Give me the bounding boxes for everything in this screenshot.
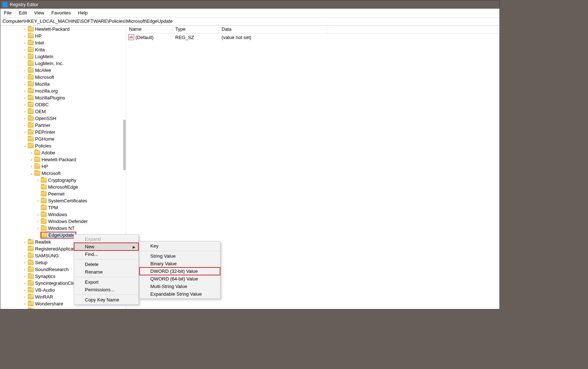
menu-file[interactable]: File — [0, 9, 15, 17]
tree-item[interactable]: ›OpenSSH — [0, 115, 123, 122]
chevron-right-icon[interactable]: › — [23, 96, 27, 100]
tree-item[interactable]: ›OEM — [0, 108, 123, 115]
tree-item[interactable]: ⌄Policies — [0, 142, 123, 149]
ctx-rename[interactable]: Rename — [74, 268, 138, 276]
tree-item[interactable]: ›PEPrinter — [0, 129, 123, 136]
chevron-right-icon[interactable]: › — [23, 261, 27, 265]
tree-item[interactable]: ›Partner — [0, 122, 123, 129]
tree-item[interactable]: ›Intel — [0, 39, 123, 46]
chevron-right-icon[interactable]: › — [23, 302, 27, 306]
tree-item[interactable]: ›SystemCertificates — [0, 197, 123, 204]
chevron-down-icon[interactable]: ⌄ — [23, 144, 27, 148]
chevron-right-icon[interactable]: › — [29, 151, 34, 155]
chevron-right-icon[interactable]: › — [29, 158, 34, 162]
folder-icon — [41, 205, 47, 210]
tree-item[interactable]: ›MozillaPlugins — [0, 94, 123, 101]
chevron-right-icon[interactable]: › — [23, 48, 27, 52]
tree-item-label: Cryptography — [48, 177, 76, 183]
tree-item[interactable]: Peernet — [0, 190, 123, 197]
chevron-right-icon[interactable]: › — [23, 110, 27, 113]
tree-item[interactable]: ›HP — [0, 33, 123, 39]
tree-item[interactable]: ›Krita — [0, 46, 123, 53]
ctx-new-multistring[interactable]: Multi-String Value — [140, 283, 220, 290]
chevron-right-icon[interactable]: › — [36, 219, 40, 223]
address-bar[interactable]: Computer\HKEY_LOCAL_MACHINE\SOFTWARE\Pol… — [0, 18, 499, 26]
ctx-new-qword[interactable]: QWORD (64-bit) Value — [140, 275, 220, 283]
tree-item[interactable]: ›WOW6432Node — [0, 307, 123, 309]
chevron-right-icon[interactable]: › — [23, 82, 27, 86]
chevron-right-icon[interactable]: › — [23, 254, 27, 258]
menu-favorites[interactable]: Favorites — [48, 9, 74, 17]
tree-item[interactable]: ›HP — [0, 163, 123, 170]
titlebar[interactable]: Registry Editor — [0, 0, 499, 9]
chevron-right-icon[interactable]: › — [23, 27, 27, 31]
tree-item[interactable]: ›Cryptography — [0, 177, 123, 184]
chevron-right-icon[interactable]: › — [23, 288, 27, 292]
chevron-right-icon[interactable]: › — [23, 295, 27, 299]
chevron-right-icon[interactable]: › — [36, 178, 40, 182]
ctx-new-key[interactable]: Key — [140, 242, 220, 250]
menu-help[interactable]: Help — [74, 9, 91, 17]
chevron-right-icon[interactable]: › — [23, 75, 27, 79]
tree-item[interactable]: ›ODBC — [0, 101, 123, 108]
list-row[interactable]: ab(Default)REG_SZ(value not set) — [126, 34, 499, 41]
tree-item[interactable]: TPM — [0, 204, 123, 211]
tree-item[interactable]: ›Mozilla — [0, 81, 123, 87]
tree-item[interactable]: ›Windows — [0, 211, 123, 218]
tree-item[interactable]: ›Hewlett-Packard — [0, 156, 123, 163]
chevron-right-icon[interactable]: › — [23, 34, 27, 38]
tree-item[interactable]: PGHome — [0, 136, 123, 142]
ctx-new-expandable[interactable]: Expandable String Value — [140, 290, 220, 298]
tree-item[interactable]: ›Hewlett-Packard — [0, 26, 123, 33]
chevron-right-icon[interactable]: › — [36, 226, 40, 230]
menu-view[interactable]: View — [30, 9, 48, 17]
tree-item-label: Peernet — [48, 191, 65, 197]
menu-edit[interactable]: Edit — [15, 9, 30, 17]
chevron-right-icon[interactable]: › — [23, 89, 27, 93]
chevron-right-icon[interactable]: › — [23, 267, 27, 271]
ctx-new[interactable]: New ▶ — [74, 243, 138, 250]
chevron-right-icon[interactable]: › — [23, 281, 27, 285]
tree-item-label: HP — [42, 164, 48, 169]
chevron-right-icon[interactable]: › — [23, 123, 27, 127]
folder-icon — [34, 150, 40, 155]
chevron-right-icon[interactable]: › — [23, 55, 27, 59]
tree-item[interactable]: ›Windows NT — [0, 225, 123, 232]
tree-item[interactable]: ›LogMeIn — [0, 53, 123, 60]
chevron-right-icon[interactable]: › — [23, 240, 27, 244]
chevron-right-icon[interactable]: › — [23, 68, 27, 72]
ctx-delete[interactable]: Delete — [74, 261, 138, 268]
tree-scrollbar[interactable] — [123, 120, 126, 170]
ctx-new-string[interactable]: String Value — [140, 252, 220, 260]
ctx-export[interactable]: Export — [74, 278, 138, 286]
ctx-new-binary[interactable]: Binary Value — [140, 260, 220, 267]
col-data[interactable]: Data — [219, 26, 327, 33]
list-body[interactable]: ab(Default)REG_SZ(value not set) — [126, 34, 499, 41]
tree-item[interactable]: ›Adobe — [0, 149, 123, 156]
chevron-down-icon[interactable]: ⌄ — [29, 171, 34, 175]
tree-item[interactable]: ›Microsoft — [0, 74, 123, 81]
chevron-right-icon[interactable]: › — [23, 309, 27, 309]
ctx-copy-key-name[interactable]: Copy Key Name — [74, 296, 138, 304]
chevron-right-icon[interactable]: › — [36, 199, 40, 203]
ctx-find[interactable]: Find... — [74, 250, 138, 258]
tree-item[interactable]: ›McAfee — [0, 67, 123, 74]
tree-item[interactable]: MicrosoftEdge — [0, 184, 123, 190]
chevron-right-icon[interactable]: › — [29, 164, 34, 168]
tree-item[interactable]: ›mozilla.org — [0, 87, 123, 94]
chevron-right-icon[interactable]: › — [23, 103, 27, 107]
chevron-right-icon[interactable]: › — [23, 130, 27, 134]
col-name[interactable]: Name — [126, 26, 172, 33]
chevron-right-icon[interactable]: › — [23, 116, 27, 120]
tree-item-label: SAMSUNG — [35, 253, 59, 258]
col-type[interactable]: Type — [172, 26, 219, 33]
tree-item[interactable]: ⌄Microsoft — [0, 170, 123, 177]
tree-item[interactable]: ›Windows Defender — [0, 218, 123, 225]
tree-item[interactable]: LogMeIn, Inc. — [0, 60, 123, 67]
chevron-right-icon[interactable]: › — [36, 213, 40, 216]
chevron-right-icon[interactable]: › — [23, 274, 27, 278]
chevron-right-icon[interactable]: › — [23, 41, 27, 45]
ctx-permissions[interactable]: Permissions... — [74, 286, 138, 293]
tree-item-selected[interactable]: EdgeUpdate — [41, 232, 76, 238]
ctx-new-dword[interactable]: DWORD (32-bit) Value — [140, 267, 220, 275]
